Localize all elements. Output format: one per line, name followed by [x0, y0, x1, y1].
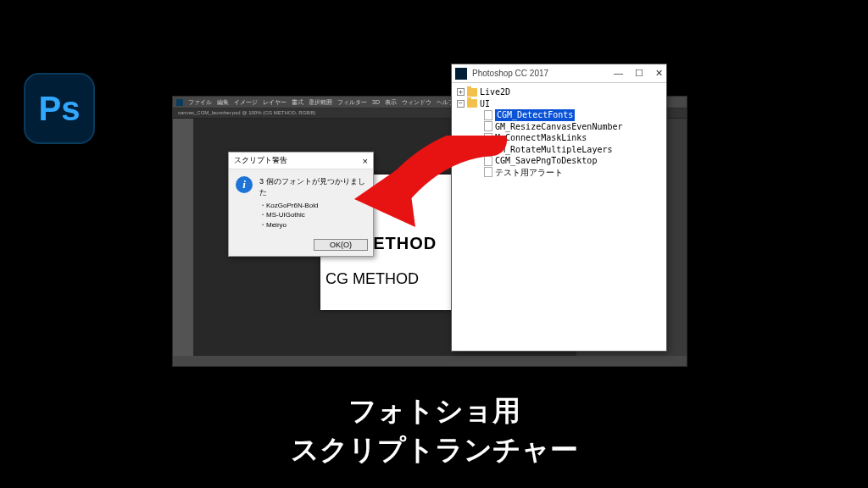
- script-icon: [484, 110, 492, 120]
- tree-item[interactable]: CGM_DetectFonts: [457, 109, 661, 121]
- tree-folder-label: UI: [480, 98, 490, 110]
- menu-item[interactable]: 表示: [385, 98, 397, 107]
- status-bar: [173, 356, 687, 366]
- tool-slot[interactable]: [175, 175, 192, 187]
- script-icon: [484, 167, 492, 177]
- close-icon[interactable]: ×: [363, 156, 368, 166]
- menu-item[interactable]: イメージ: [234, 98, 258, 107]
- tree-folder[interactable]: + Live2D: [457, 86, 661, 98]
- maximize-button[interactable]: ☐: [635, 68, 643, 79]
- tree-item-label: GM_RotateMultipleLayers: [495, 144, 612, 156]
- tool-slot[interactable]: [175, 134, 192, 147]
- tool-slot[interactable]: [175, 188, 192, 201]
- expand-icon[interactable]: +: [457, 88, 465, 96]
- tree-item-label: CGM_DetectFonts: [495, 109, 575, 121]
- menu-item[interactable]: フィルター: [337, 98, 367, 107]
- alert-font-item: ・MS-UIGothic: [259, 210, 366, 219]
- info-icon: i: [236, 176, 253, 193]
- app-icon: [176, 99, 183, 106]
- launcher-titlebar[interactable]: Photoshop CC 2017 — ☐ ✕: [452, 64, 666, 83]
- menu-item[interactable]: 選択範囲: [309, 98, 332, 107]
- script-icon: [484, 121, 492, 131]
- script-icon: [484, 144, 492, 154]
- tree-item-label: CGM_SavePngToDesktop: [495, 155, 597, 167]
- launcher-title-text: Photoshop CC 2017: [472, 69, 614, 78]
- tool-slot[interactable]: [175, 256, 192, 269]
- tree-item-label: GM_ResizeCanvasEvenNumber: [495, 121, 623, 133]
- launcher-window: Photoshop CC 2017 — ☐ ✕ + Live2D − UI CG…: [451, 64, 667, 352]
- tool-slot[interactable]: [175, 310, 192, 323]
- tree-folder[interactable]: − UI: [457, 98, 661, 110]
- menu-item[interactable]: レイヤー: [263, 98, 287, 107]
- script-icon: [484, 156, 492, 166]
- toolbar[interactable]: [173, 119, 193, 356]
- tool-slot[interactable]: [175, 297, 192, 309]
- alert-title-text: スクリプト警告: [234, 155, 287, 166]
- folder-icon: [467, 88, 477, 97]
- alert-heading: 3 個のフォントが見つかりました: [259, 176, 366, 197]
- tool-slot[interactable]: [175, 202, 192, 214]
- script-icon: [484, 133, 492, 143]
- folder-icon: [467, 99, 477, 108]
- alert-font-item: ・KozGoPr6N-Bold: [259, 201, 366, 210]
- tree-item[interactable]: CGM_SavePngToDesktop: [457, 155, 661, 167]
- document-tab-label: canvas_CGM_launcher.psd @ 100% (CG METHO…: [178, 110, 315, 115]
- tool-slot[interactable]: [175, 283, 192, 296]
- tool-slot[interactable]: [175, 242, 192, 255]
- menu-item[interactable]: ウィンドウ: [402, 98, 431, 107]
- menu-item[interactable]: 書式: [292, 98, 303, 107]
- tree-item-label: テスト用アラート: [495, 167, 563, 179]
- tree-folder-label: Live2D: [480, 86, 510, 98]
- tree-item[interactable]: M_ConnectMaskLinks: [457, 132, 661, 144]
- script-tree[interactable]: + Live2D − UI CGM_DetectFonts GM_ResizeC…: [452, 83, 666, 181]
- caption: フォトショ用 スクリプトランチャー: [0, 391, 868, 469]
- tool-slot[interactable]: [175, 161, 192, 174]
- tree-item[interactable]: テスト用アラート: [457, 167, 661, 179]
- tool-slot[interactable]: [175, 229, 192, 241]
- photoshop-logo-text: Ps: [39, 90, 81, 128]
- tree-item[interactable]: GM_ResizeCanvasEvenNumber: [457, 121, 661, 133]
- collapse-icon[interactable]: −: [457, 100, 465, 108]
- close-button[interactable]: ✕: [655, 68, 663, 79]
- alert-font-item: ・Meiryo: [259, 220, 366, 230]
- photoshop-logo: Ps: [24, 73, 95, 144]
- photoshop-icon: [455, 68, 467, 80]
- menu-item[interactable]: 3D: [372, 99, 380, 105]
- menu-item[interactable]: 編集: [217, 98, 229, 107]
- alert-titlebar[interactable]: スクリプト警告 ×: [229, 152, 373, 169]
- caption-line-1: フォトショ用: [0, 391, 868, 430]
- menu-item[interactable]: ファイル: [188, 98, 212, 107]
- tree-item-label: M_ConnectMaskLinks: [495, 132, 587, 144]
- tool-slot[interactable]: [175, 215, 192, 228]
- tool-slot[interactable]: [175, 147, 192, 160]
- caption-line-2: スクリプトランチャー: [0, 430, 868, 469]
- minimize-button[interactable]: —: [614, 68, 623, 79]
- tree-item[interactable]: GM_RotateMultipleLayers: [457, 144, 661, 156]
- tool-slot[interactable]: [175, 269, 192, 282]
- script-alert-dialog: スクリプト警告 × i 3 個のフォントが見つかりました ・KozGoPr6N-…: [228, 152, 374, 257]
- ok-button[interactable]: OK(O): [314, 239, 368, 251]
- tool-slot[interactable]: [175, 120, 192, 133]
